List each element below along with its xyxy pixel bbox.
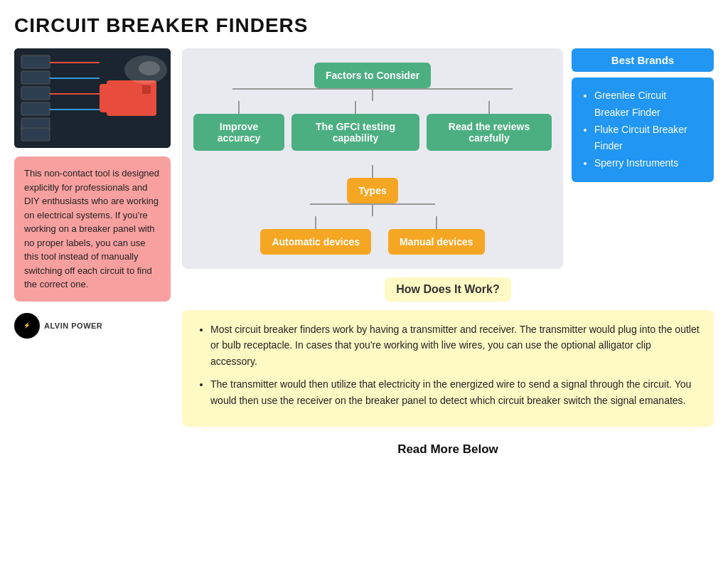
types-section: Types Automatic devices Manual devices [193, 165, 552, 255]
svg-rect-1 [21, 55, 50, 68]
logo-area: ⚡ ALVIN POWER [14, 313, 171, 339]
svg-rect-12 [112, 85, 127, 94]
how-title: How Does It Work? [396, 283, 500, 295]
types-connector2 [372, 203, 373, 216]
child2-col: The GFCI testing capability [291, 101, 419, 151]
child3-node: Read the reviews carefully [427, 114, 552, 151]
top-section: Factors to Consider Improve accuracy The… [182, 48, 714, 269]
description-text: This non-contact tool is designed explic… [24, 168, 159, 289]
svg-rect-2 [21, 71, 50, 84]
types-node: Types [347, 178, 397, 203]
diagram-area: Factors to Consider Improve accuracy The… [182, 48, 563, 269]
best-brands-list: Greenlee Circuit Breaker Finder Fluke Ci… [572, 78, 714, 182]
child2-vline [355, 101, 356, 114]
best-brands-column: Best Brands Greenlee Circuit Breaker Fin… [572, 48, 714, 269]
brand-item-2: Fluke Circuit Breaker Finder [594, 122, 702, 156]
bottom-info: Most circuit breaker finders work by hav… [182, 310, 714, 427]
type2-node: Manual devices [388, 229, 485, 255]
svg-rect-6 [21, 128, 50, 141]
svg-rect-4 [21, 102, 50, 115]
right-column: Factors to Consider Improve accuracy The… [182, 48, 714, 464]
diagram-tree: Factors to Consider Improve accuracy The… [193, 63, 552, 255]
child1-node: Improve accuracy [193, 114, 284, 151]
root-node: Factors to Consider [314, 63, 431, 88]
best-brands-header: Best Brands [572, 48, 714, 72]
svg-point-17 [139, 61, 160, 75]
circuit-image-visual [14, 48, 171, 148]
svg-rect-3 [21, 87, 50, 100]
child3-col: Read the reviews carefully [427, 101, 552, 151]
level1-nodes: Improve accuracy The GFCI testing capabi… [193, 101, 552, 151]
circuit-svg [14, 48, 171, 148]
description-box: This non-contact tool is designed explic… [14, 156, 171, 302]
circuit-image [14, 48, 171, 148]
child1-col: Improve accuracy [193, 101, 284, 151]
type1-node: Automatic devices [260, 229, 371, 255]
logo-text-inner: ⚡ [23, 322, 31, 329]
page-title: CIRCUIT BREAKER FINDERS [14, 14, 714, 37]
types-connector [372, 165, 373, 178]
how-point-1: Most circuit breaker finders work by hav… [210, 321, 700, 369]
svg-rect-13 [129, 85, 151, 94]
read-more-text: Read More Below [397, 442, 498, 456]
type1-col: Automatic devices [260, 216, 371, 255]
type2-vline [436, 216, 437, 229]
type2-col: Manual devices [388, 216, 485, 255]
brand-item-1: Greenlee Circuit Breaker Finder [594, 87, 702, 122]
brand-item-3: Sperry Instruments [594, 155, 702, 172]
how-point-2: The transmitter would then utilize that … [210, 376, 700, 408]
child1-vline [238, 101, 240, 114]
how-box: How Does It Work? [385, 277, 511, 302]
svg-point-15 [129, 101, 134, 107]
logo-icon: ⚡ [14, 313, 40, 339]
child3-vline [488, 101, 490, 114]
left-column: This non-contact tool is designed explic… [14, 48, 171, 464]
root-connector [372, 88, 373, 101]
logo-label: ALVIN POWER [44, 321, 102, 330]
main-layout: This non-contact tool is designed explic… [14, 48, 714, 464]
child2-node: The GFCI testing capability [291, 114, 419, 151]
svg-point-14 [126, 98, 137, 110]
type1-vline [315, 216, 316, 229]
type-nodes: Automatic devices Manual devices [260, 216, 484, 255]
read-more[interactable]: Read More Below [182, 435, 714, 464]
